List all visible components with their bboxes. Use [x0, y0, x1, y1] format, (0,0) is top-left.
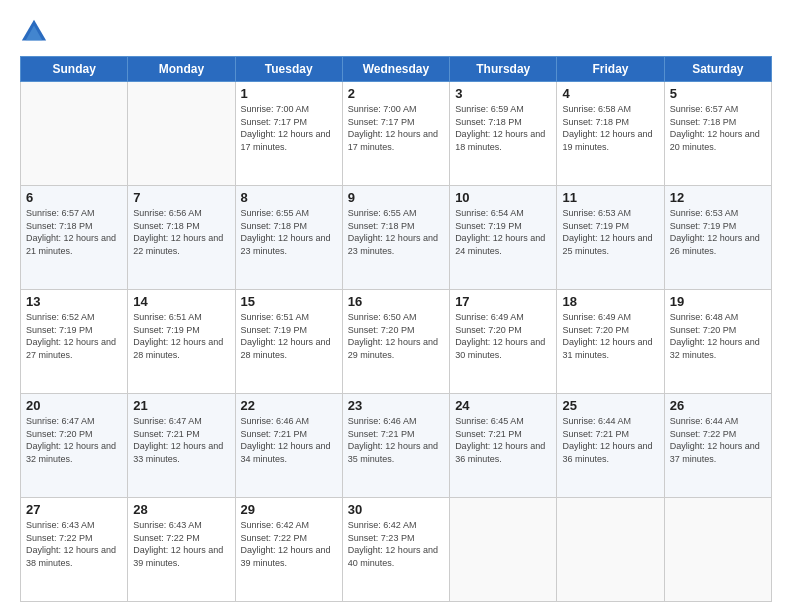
- day-info: Sunrise: 7:00 AM Sunset: 7:17 PM Dayligh…: [348, 103, 444, 153]
- calendar-cell: 9Sunrise: 6:55 AM Sunset: 7:18 PM Daylig…: [342, 186, 449, 290]
- day-header-monday: Monday: [128, 57, 235, 82]
- day-number: 23: [348, 398, 444, 413]
- calendar-cell: 8Sunrise: 6:55 AM Sunset: 7:18 PM Daylig…: [235, 186, 342, 290]
- day-info: Sunrise: 6:57 AM Sunset: 7:18 PM Dayligh…: [26, 207, 122, 257]
- day-info: Sunrise: 6:51 AM Sunset: 7:19 PM Dayligh…: [133, 311, 229, 361]
- day-info: Sunrise: 6:50 AM Sunset: 7:20 PM Dayligh…: [348, 311, 444, 361]
- day-number: 25: [562, 398, 658, 413]
- day-info: Sunrise: 6:53 AM Sunset: 7:19 PM Dayligh…: [562, 207, 658, 257]
- day-number: 13: [26, 294, 122, 309]
- calendar-cell: 19Sunrise: 6:48 AM Sunset: 7:20 PM Dayli…: [664, 290, 771, 394]
- calendar-cell: 18Sunrise: 6:49 AM Sunset: 7:20 PM Dayli…: [557, 290, 664, 394]
- day-info: Sunrise: 6:55 AM Sunset: 7:18 PM Dayligh…: [241, 207, 337, 257]
- calendar-week-5: 27Sunrise: 6:43 AM Sunset: 7:22 PM Dayli…: [21, 498, 772, 602]
- calendar-cell: 4Sunrise: 6:58 AM Sunset: 7:18 PM Daylig…: [557, 82, 664, 186]
- calendar-cell: 23Sunrise: 6:46 AM Sunset: 7:21 PM Dayli…: [342, 394, 449, 498]
- day-info: Sunrise: 6:55 AM Sunset: 7:18 PM Dayligh…: [348, 207, 444, 257]
- day-number: 11: [562, 190, 658, 205]
- day-number: 30: [348, 502, 444, 517]
- day-number: 7: [133, 190, 229, 205]
- day-header-tuesday: Tuesday: [235, 57, 342, 82]
- calendar-cell: 17Sunrise: 6:49 AM Sunset: 7:20 PM Dayli…: [450, 290, 557, 394]
- logo: [20, 18, 52, 46]
- day-info: Sunrise: 6:54 AM Sunset: 7:19 PM Dayligh…: [455, 207, 551, 257]
- calendar-cell: 5Sunrise: 6:57 AM Sunset: 7:18 PM Daylig…: [664, 82, 771, 186]
- day-info: Sunrise: 6:49 AM Sunset: 7:20 PM Dayligh…: [455, 311, 551, 361]
- day-info: Sunrise: 6:58 AM Sunset: 7:18 PM Dayligh…: [562, 103, 658, 153]
- calendar-cell: 30Sunrise: 6:42 AM Sunset: 7:23 PM Dayli…: [342, 498, 449, 602]
- calendar-week-3: 13Sunrise: 6:52 AM Sunset: 7:19 PM Dayli…: [21, 290, 772, 394]
- calendar-cell: 7Sunrise: 6:56 AM Sunset: 7:18 PM Daylig…: [128, 186, 235, 290]
- calendar-cell: [557, 498, 664, 602]
- calendar-cell: [21, 82, 128, 186]
- day-number: 9: [348, 190, 444, 205]
- day-info: Sunrise: 6:43 AM Sunset: 7:22 PM Dayligh…: [26, 519, 122, 569]
- day-info: Sunrise: 6:44 AM Sunset: 7:21 PM Dayligh…: [562, 415, 658, 465]
- day-info: Sunrise: 6:53 AM Sunset: 7:19 PM Dayligh…: [670, 207, 766, 257]
- calendar-cell: 20Sunrise: 6:47 AM Sunset: 7:20 PM Dayli…: [21, 394, 128, 498]
- day-info: Sunrise: 6:43 AM Sunset: 7:22 PM Dayligh…: [133, 519, 229, 569]
- day-info: Sunrise: 7:00 AM Sunset: 7:17 PM Dayligh…: [241, 103, 337, 153]
- day-number: 8: [241, 190, 337, 205]
- calendar-cell: 25Sunrise: 6:44 AM Sunset: 7:21 PM Dayli…: [557, 394, 664, 498]
- day-number: 3: [455, 86, 551, 101]
- day-number: 29: [241, 502, 337, 517]
- page: SundayMondayTuesdayWednesdayThursdayFrid…: [0, 0, 792, 612]
- calendar-week-2: 6Sunrise: 6:57 AM Sunset: 7:18 PM Daylig…: [21, 186, 772, 290]
- day-number: 10: [455, 190, 551, 205]
- calendar-cell: 3Sunrise: 6:59 AM Sunset: 7:18 PM Daylig…: [450, 82, 557, 186]
- day-number: 19: [670, 294, 766, 309]
- calendar-cell: 1Sunrise: 7:00 AM Sunset: 7:17 PM Daylig…: [235, 82, 342, 186]
- calendar-cell: 22Sunrise: 6:46 AM Sunset: 7:21 PM Dayli…: [235, 394, 342, 498]
- calendar-cell: 10Sunrise: 6:54 AM Sunset: 7:19 PM Dayli…: [450, 186, 557, 290]
- day-info: Sunrise: 6:42 AM Sunset: 7:22 PM Dayligh…: [241, 519, 337, 569]
- day-number: 21: [133, 398, 229, 413]
- calendar-cell: 29Sunrise: 6:42 AM Sunset: 7:22 PM Dayli…: [235, 498, 342, 602]
- day-number: 24: [455, 398, 551, 413]
- calendar-cell: 2Sunrise: 7:00 AM Sunset: 7:17 PM Daylig…: [342, 82, 449, 186]
- day-header-saturday: Saturday: [664, 57, 771, 82]
- calendar-cell: [128, 82, 235, 186]
- calendar-cell: 21Sunrise: 6:47 AM Sunset: 7:21 PM Dayli…: [128, 394, 235, 498]
- day-number: 22: [241, 398, 337, 413]
- calendar-cell: 15Sunrise: 6:51 AM Sunset: 7:19 PM Dayli…: [235, 290, 342, 394]
- day-info: Sunrise: 6:49 AM Sunset: 7:20 PM Dayligh…: [562, 311, 658, 361]
- day-number: 4: [562, 86, 658, 101]
- calendar-cell: [664, 498, 771, 602]
- day-info: Sunrise: 6:45 AM Sunset: 7:21 PM Dayligh…: [455, 415, 551, 465]
- calendar-cell: 11Sunrise: 6:53 AM Sunset: 7:19 PM Dayli…: [557, 186, 664, 290]
- calendar-week-4: 20Sunrise: 6:47 AM Sunset: 7:20 PM Dayli…: [21, 394, 772, 498]
- day-number: 16: [348, 294, 444, 309]
- day-info: Sunrise: 6:48 AM Sunset: 7:20 PM Dayligh…: [670, 311, 766, 361]
- day-info: Sunrise: 6:42 AM Sunset: 7:23 PM Dayligh…: [348, 519, 444, 569]
- day-info: Sunrise: 6:47 AM Sunset: 7:20 PM Dayligh…: [26, 415, 122, 465]
- calendar-cell: 16Sunrise: 6:50 AM Sunset: 7:20 PM Dayli…: [342, 290, 449, 394]
- calendar-cell: 6Sunrise: 6:57 AM Sunset: 7:18 PM Daylig…: [21, 186, 128, 290]
- day-info: Sunrise: 6:56 AM Sunset: 7:18 PM Dayligh…: [133, 207, 229, 257]
- calendar-cell: 24Sunrise: 6:45 AM Sunset: 7:21 PM Dayli…: [450, 394, 557, 498]
- day-number: 6: [26, 190, 122, 205]
- day-number: 18: [562, 294, 658, 309]
- day-info: Sunrise: 6:46 AM Sunset: 7:21 PM Dayligh…: [348, 415, 444, 465]
- day-number: 20: [26, 398, 122, 413]
- day-header-sunday: Sunday: [21, 57, 128, 82]
- calendar-week-1: 1Sunrise: 7:00 AM Sunset: 7:17 PM Daylig…: [21, 82, 772, 186]
- day-header-wednesday: Wednesday: [342, 57, 449, 82]
- day-header-thursday: Thursday: [450, 57, 557, 82]
- day-header-friday: Friday: [557, 57, 664, 82]
- calendar-cell: 28Sunrise: 6:43 AM Sunset: 7:22 PM Dayli…: [128, 498, 235, 602]
- day-info: Sunrise: 6:46 AM Sunset: 7:21 PM Dayligh…: [241, 415, 337, 465]
- day-number: 12: [670, 190, 766, 205]
- calendar-cell: 26Sunrise: 6:44 AM Sunset: 7:22 PM Dayli…: [664, 394, 771, 498]
- calendar-table: SundayMondayTuesdayWednesdayThursdayFrid…: [20, 56, 772, 602]
- calendar-cell: 13Sunrise: 6:52 AM Sunset: 7:19 PM Dayli…: [21, 290, 128, 394]
- day-info: Sunrise: 6:47 AM Sunset: 7:21 PM Dayligh…: [133, 415, 229, 465]
- day-number: 14: [133, 294, 229, 309]
- day-number: 1: [241, 86, 337, 101]
- day-info: Sunrise: 6:59 AM Sunset: 7:18 PM Dayligh…: [455, 103, 551, 153]
- day-number: 28: [133, 502, 229, 517]
- header: [20, 18, 772, 46]
- day-number: 17: [455, 294, 551, 309]
- day-info: Sunrise: 6:52 AM Sunset: 7:19 PM Dayligh…: [26, 311, 122, 361]
- day-info: Sunrise: 6:57 AM Sunset: 7:18 PM Dayligh…: [670, 103, 766, 153]
